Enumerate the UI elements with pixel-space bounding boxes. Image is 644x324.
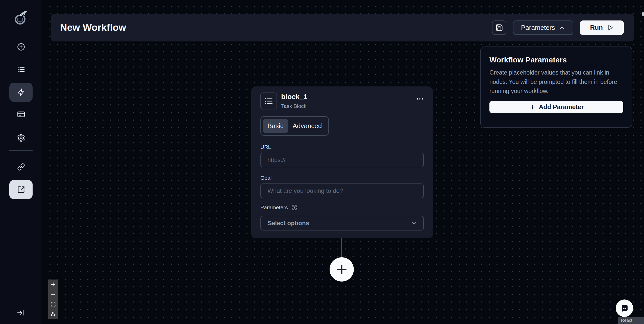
- chat-bubble-smile-icon: [620, 304, 629, 313]
- node-mode-tabs: Basic Advanced: [260, 116, 329, 136]
- parameters-select[interactable]: Select options: [260, 216, 424, 230]
- zoom-out-button[interactable]: [48, 289, 58, 299]
- sidebar-divider: [9, 150, 33, 151]
- workflow-editor: New Workflow Parameters Run: [0, 0, 644, 324]
- fit-view-button[interactable]: [48, 299, 58, 309]
- node-title: block_1: [281, 93, 307, 101]
- play-icon: [607, 24, 614, 31]
- list-icon: [264, 97, 273, 106]
- chevron-down-icon: [411, 220, 417, 226]
- workflow-parameters-panel: Workflow Parameters Create placeholder v…: [480, 47, 632, 128]
- add-node-button[interactable]: [330, 257, 354, 282]
- node-subtitle: Task Block: [281, 103, 307, 109]
- plus-icon: [529, 104, 536, 110]
- tab-advanced[interactable]: Advanced: [288, 119, 326, 133]
- link-icon: [17, 163, 25, 171]
- panel-title: Workflow Parameters: [489, 56, 623, 64]
- run-button[interactable]: Run: [580, 20, 624, 35]
- save-button[interactable]: [492, 20, 506, 35]
- node-titles: block_1 Task Block: [281, 92, 307, 109]
- sidebar: [0, 0, 42, 324]
- chat-widget-button[interactable]: [616, 299, 633, 317]
- header-actions: Parameters Run: [492, 20, 624, 35]
- url-input[interactable]: [260, 153, 424, 167]
- gear-icon: [17, 134, 25, 142]
- list-icon: [17, 65, 25, 74]
- external-link-icon: [17, 186, 25, 194]
- zoom-in-button[interactable]: [48, 280, 58, 289]
- flow-edge: [341, 238, 342, 258]
- parameters-label: Parameters: [260, 204, 288, 211]
- sidebar-item-runs[interactable]: [9, 60, 33, 79]
- plus-icon: [335, 263, 348, 276]
- sidebar-item-integrations[interactable]: [9, 157, 33, 176]
- sidebar-item-workflows[interactable]: [9, 83, 33, 102]
- add-parameter-button[interactable]: Add Parameter: [489, 101, 623, 113]
- goal-label: Goal: [260, 175, 424, 181]
- sidebar-item-create[interactable]: [9, 37, 33, 56]
- floppy-disk-icon: [496, 24, 503, 31]
- minus-icon: [50, 291, 56, 297]
- parameters-label-row: Parameters: [260, 204, 424, 211]
- url-label: URL: [260, 144, 424, 150]
- skyvern-dragon-logo[interactable]: [12, 9, 30, 27]
- plus-icon: [50, 282, 56, 287]
- react-flow-attribution[interactable]: React Flow: [618, 317, 644, 324]
- task-block-node[interactable]: block_1 Task Block Basic Advanced URL Go…: [251, 86, 433, 238]
- tab-basic[interactable]: Basic: [263, 119, 288, 133]
- credit-card-icon: [17, 110, 25, 119]
- arrow-right-to-line-icon: [17, 309, 24, 317]
- parameters-button-label: Parameters: [521, 24, 555, 32]
- chevron-up-icon: [559, 25, 565, 31]
- workflow-header: New Workflow Parameters Run: [51, 14, 634, 41]
- add-parameter-label: Add Parameter: [539, 103, 584, 111]
- question-circle-icon[interactable]: [291, 204, 298, 211]
- sidebar-item-share[interactable]: [9, 180, 33, 199]
- canvas-controls: [48, 280, 58, 319]
- sidebar-collapse-button[interactable]: [14, 306, 27, 319]
- node-icon-box: [260, 92, 277, 109]
- fit-view-icon: [51, 302, 56, 307]
- run-button-label: Run: [590, 24, 603, 32]
- sidebar-item-settings[interactable]: [9, 128, 33, 147]
- unlock-icon: [51, 312, 56, 316]
- lock-toggle-button[interactable]: [48, 309, 58, 319]
- ellipsis-icon: [416, 95, 424, 103]
- goal-input[interactable]: [260, 183, 424, 198]
- sidebar-item-billing[interactable]: [9, 105, 33, 124]
- node-menu-button[interactable]: [416, 92, 424, 103]
- node-header: block_1 Task Block: [260, 92, 424, 109]
- page-title: New Workflow: [60, 22, 126, 33]
- parameters-toggle-button[interactable]: Parameters: [513, 20, 573, 35]
- panel-description: Create placeholder values that you can l…: [489, 68, 623, 96]
- plus-circle-icon: [17, 43, 25, 51]
- zap-icon: [17, 88, 25, 97]
- parameters-select-value: Select options: [268, 220, 309, 227]
